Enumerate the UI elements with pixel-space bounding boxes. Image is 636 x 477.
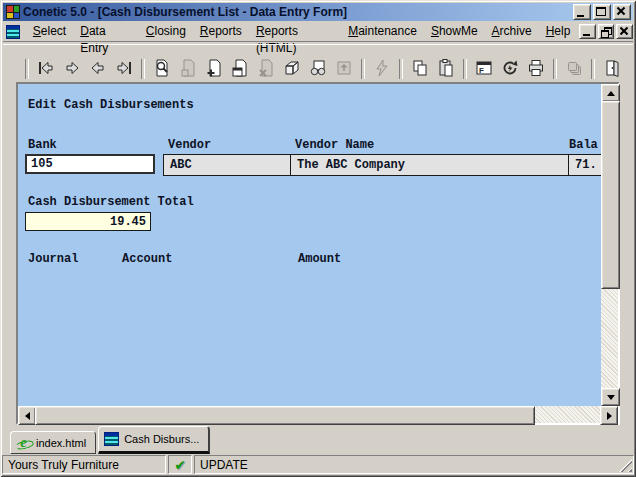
scroll-left-button[interactable] xyxy=(18,406,36,425)
menu-data-entry[interactable]: Data Entry xyxy=(73,23,139,40)
delete-record-button[interactable] xyxy=(253,56,279,80)
add-record-button[interactable] xyxy=(201,56,227,80)
column-account: Account xyxy=(122,252,172,266)
scroll-up-button[interactable] xyxy=(601,84,620,102)
up-arrow-icon xyxy=(607,91,615,96)
vendor-name-label: Vendor Name xyxy=(295,138,374,152)
disbursement-record-row[interactable]: ABC The ABC Company 71. xyxy=(163,154,601,176)
next-record-button[interactable] xyxy=(59,56,85,80)
modify-record-button[interactable] xyxy=(227,56,253,80)
application-window: Conetic 5.0 - [Cash Disbursement List - … xyxy=(0,0,636,477)
tab-cash-disbursement[interactable]: Cash Disburs... xyxy=(98,426,210,454)
minimize-button[interactable] xyxy=(573,4,591,20)
copy-button[interactable] xyxy=(407,56,433,80)
mdi-minimize-button[interactable] xyxy=(579,24,596,39)
balance-value: 71. xyxy=(569,155,601,175)
mdi-close-button[interactable] xyxy=(616,24,633,39)
browse-records-button[interactable] xyxy=(305,56,331,80)
menu-select[interactable]: Select xyxy=(26,23,73,40)
mode-panel: UPDATE xyxy=(194,455,634,474)
total-input[interactable] xyxy=(25,212,151,231)
close-button[interactable] xyxy=(613,4,631,20)
mode-text: UPDATE xyxy=(200,458,248,472)
form-list-icon xyxy=(104,432,119,446)
tab-label: Cash Disburs... xyxy=(124,433,199,445)
print-button[interactable] xyxy=(523,56,549,80)
goto-record-button[interactable] xyxy=(331,56,357,80)
first-record-button[interactable] xyxy=(33,56,59,80)
form-heading: Edit Cash Disbursements xyxy=(28,98,194,112)
down-arrow-icon xyxy=(607,395,615,400)
previous-record-button[interactable] xyxy=(85,56,111,80)
paste-button[interactable] xyxy=(433,56,459,80)
bank-label: Bank xyxy=(28,138,57,152)
horizontal-scrollbar[interactable] xyxy=(18,406,618,423)
menu-maintenance[interactable]: Maintenance xyxy=(341,23,424,40)
toolbar: F xyxy=(3,42,633,82)
scroll-down-button[interactable] xyxy=(601,388,620,406)
form-view-button[interactable]: F xyxy=(471,56,497,80)
resize-grip[interactable] xyxy=(619,459,632,472)
save-record-button[interactable] xyxy=(175,56,201,80)
app-icon[interactable] xyxy=(6,5,20,19)
query-search-button[interactable] xyxy=(149,56,175,80)
left-arrow-icon xyxy=(25,412,30,420)
internet-explorer-icon: e xyxy=(16,435,31,450)
tab-index-html[interactable]: e index.html xyxy=(10,431,96,454)
menu-showme[interactable]: ShowMe xyxy=(424,23,485,40)
company-name-panel: Yours Truly Furniture xyxy=(2,455,166,474)
bank-input[interactable] xyxy=(25,154,155,174)
svg-text:F: F xyxy=(479,66,484,75)
last-record-button[interactable] xyxy=(111,56,137,80)
toolbar-separator xyxy=(463,59,467,79)
menu-closing[interactable]: Closing xyxy=(139,23,193,40)
exit-button[interactable] xyxy=(599,56,625,80)
vertical-scrollbar[interactable] xyxy=(601,84,618,406)
tab-label: index.html xyxy=(36,437,86,449)
toolbar-separator xyxy=(553,59,557,79)
menu-archive[interactable]: Archive xyxy=(485,23,539,40)
update-checkmark-icon: ✔ xyxy=(174,457,186,473)
menu-reports[interactable]: Reports xyxy=(193,23,249,40)
toolbar-separator xyxy=(399,59,403,79)
toolbar-separator xyxy=(591,59,595,79)
vertical-scroll-thumb[interactable] xyxy=(601,101,620,289)
form-canvas: Edit Cash Disbursements Bank Vendor Vend… xyxy=(18,84,601,406)
refresh-html-button[interactable] xyxy=(497,56,523,80)
toolbar-separator xyxy=(141,59,145,79)
status-check-panel: ✔ xyxy=(168,455,192,474)
menu-reports-html[interactable]: Reports (HTML) xyxy=(249,23,341,40)
scroll-right-button[interactable] xyxy=(600,406,618,425)
toolbar-separator xyxy=(361,59,365,79)
clear-record-button[interactable] xyxy=(279,56,305,80)
vendor-label: Vendor xyxy=(168,138,211,152)
menu-help[interactable]: Help xyxy=(539,23,578,40)
mdi-restore-button[interactable] xyxy=(598,24,615,39)
column-amount: Amount xyxy=(298,252,341,266)
balance-label: Bala xyxy=(569,138,598,152)
report-stack-button[interactable] xyxy=(561,56,587,80)
right-arrow-icon xyxy=(607,412,612,420)
maximize-button[interactable] xyxy=(593,4,611,20)
status-bar: Yours Truly Furniture ✔ UPDATE xyxy=(2,455,634,474)
execute-button[interactable] xyxy=(369,56,395,80)
system-menu-icon[interactable] xyxy=(6,25,20,39)
toolbar-separator xyxy=(25,59,29,79)
horizontal-scroll-thumb[interactable] xyxy=(35,406,535,425)
column-journal: Journal xyxy=(28,252,78,266)
title-bar: Conetic 5.0 - [Cash Disbursement List - … xyxy=(3,3,633,21)
menu-bar: Select Data Entry Closing Reports Report… xyxy=(3,22,633,41)
total-label: Cash Disbursement Total xyxy=(28,195,194,209)
vendor-value: ABC xyxy=(164,155,291,175)
vendor-name-value: The ABC Company xyxy=(291,155,569,175)
form-panel: Edit Cash Disbursements Bank Vendor Vend… xyxy=(16,82,620,425)
tab-bar: e index.html Cash Disburs... xyxy=(10,425,212,454)
window-title: Conetic 5.0 - [Cash Disbursement List - … xyxy=(23,5,571,19)
